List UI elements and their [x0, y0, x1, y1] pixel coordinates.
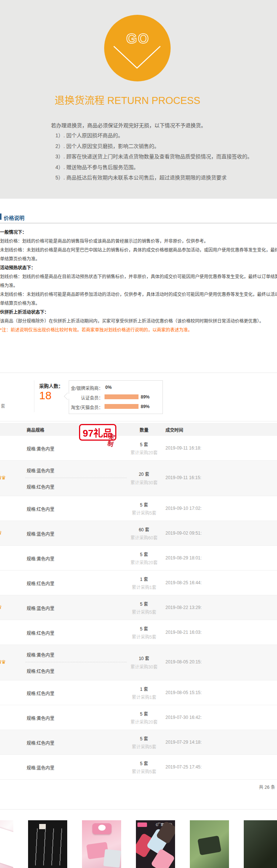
thumbnail-decoration: [0, 827, 13, 867]
price-note: *注：前述说明仅当出现价格比较时有效。若商家单独对划线价格进行说明的，以商家的表…: [0, 326, 277, 334]
qty-total-cell: 累计采购5套: [114, 768, 174, 774]
buyer-stat-row: 金/银牌采购商： 0%: [69, 384, 163, 390]
column-header-qty: 数量: [114, 427, 174, 433]
qty-total-cell: 累计采购1套: [114, 584, 174, 590]
qty-cell: 5 套: [114, 760, 174, 766]
price-section-header: 价格说明: [0, 212, 277, 223]
table-row: ♛ 规格:蓝色内里 5 套 累计采购5套 2019-08-22 13:29:: [0, 595, 277, 620]
qty-cell: 5 套: [114, 710, 174, 717]
spec-cell: 规格:红色内里: [27, 506, 54, 512]
record-count: 共 26 条: [259, 784, 275, 790]
qty-cell: 5 套: [114, 551, 174, 557]
qty-total-cell: 累计采购20套: [114, 449, 174, 455]
return-policy-intro: 若办理退换货，商品必须保证外观完好无损，以下情况不予退换货。: [51, 121, 206, 129]
table-row: 规格:红色内里 1 套 累计采购1套 2019-08-25 16:44:: [0, 571, 277, 595]
go-label: GO: [126, 31, 150, 47]
go-badge: GO: [104, 15, 171, 81]
stat-percent: 89%: [141, 404, 150, 409]
qty-total-cell: 累计采购5套: [114, 633, 174, 640]
product-thumbnail[interactable]: [82, 820, 121, 868]
time-cell: 2019-08-05 20:15:: [165, 659, 202, 665]
qty-cell: 5 套: [114, 600, 174, 607]
qty-cell: 1 套: [114, 686, 174, 692]
buyer-rank-icon: ♛♛: [0, 659, 5, 665]
product-thumbnail[interactable]: [190, 820, 229, 868]
qty-total-cell: 累计采购5套: [114, 509, 174, 516]
price-line: 一般情况下：: [0, 228, 277, 237]
qty-cell: 20 套: [114, 471, 174, 477]
return-policy-rules: 1）. 因个人原因损坏商品的。 2）. 因个人原因宝贝磨损，影响二次销售的。 3…: [55, 130, 277, 183]
column-header-spec: 商品规格: [27, 427, 44, 433]
price-line: 伙拼折上折活动状态下：: [0, 308, 277, 317]
product-thumbnail[interactable]: [0, 820, 13, 868]
spec-cell: 规格:红色内里: [27, 668, 54, 674]
table-header: 商品规格 数量 成交时间: [0, 423, 277, 436]
table-row: ♛♛ 规格:蓝色内里 规格:红色内里 20 套 累计采购30套 2019-09-…: [0, 461, 277, 496]
divider: [0, 373, 277, 373]
return-process-banner: GO 退换货流程 RETURN PROCESS 若办理退换货，商品必须保证外观完…: [0, 0, 277, 199]
qty-total-cell: 累计采购20套: [114, 719, 174, 725]
qty-cell: 5 套: [114, 735, 174, 741]
time-cell: 2019-08-22 13:29:: [165, 605, 202, 610]
product-thumbnail[interactable]: 《厂家直销》: [136, 820, 175, 868]
product-thumbnail[interactable]: [244, 820, 277, 868]
buyer-rank-icon: ♛: [0, 530, 1, 536]
qty-cell: 1 套: [114, 576, 174, 582]
spec-cell: 规格:蓝色内里: [27, 764, 54, 771]
time-cell: 2019-08-21 16:03:: [165, 630, 202, 635]
buyer-stat-row: 淘宝/天猫会员： 89%: [69, 404, 163, 410]
time-cell: 2019-08-05 15:15:: [165, 690, 202, 695]
buyer-rank-icon: ♛: [0, 604, 1, 610]
table-row: 规格:黄色内里 5 套 累计采购20套 2019-07-30 16:42:: [0, 705, 277, 730]
spec-cell: 规格:蓝色内里: [27, 531, 54, 537]
table-row: 规格:红色内里 1 套 累计采购1套 2019-08-05 15:15:: [0, 680, 277, 705]
buyers-label: 采购人数：: [39, 382, 63, 389]
table-row: 规格:黄色内里 5 套 累计采购20套 2019-09-11 16:18:: [0, 436, 277, 461]
qty-total-cell: 累计采购1套: [114, 694, 174, 700]
price-section-title: 价格说明: [4, 214, 24, 221]
stat-label: 金/银牌采购商：: [69, 385, 103, 391]
stat-bar: [105, 404, 138, 409]
table-row: 规格:黄色内里 5 套 累计采购20套 2019-08-29 18:01:: [0, 546, 277, 571]
spec-cell: 规格:红色内里: [27, 580, 54, 586]
section-accent-bar: [0, 213, 1, 220]
stat-percent: 89%: [141, 394, 150, 400]
price-line: 划线价格：划线的价格是商品在目前活动预热状态下的销售标价，并非原价，具体的成交价…: [0, 272, 277, 281]
time-cell: 2019-09-11 16:15:: [165, 475, 201, 480]
qty-total-cell: 累计采购30套: [114, 479, 174, 485]
table-row: 规格:红色内里 5 套 累计采购5套 2019-09-10 17:02:: [0, 496, 277, 521]
thumbnail-decoration: [103, 849, 121, 868]
qty-cell: 5 套: [114, 441, 174, 447]
table-row: ♛ 规格:蓝色内里 60 套 累计采购60套 2019-09-02 09:51:: [0, 521, 277, 546]
spec-cell: 规格:黄色内里: [27, 555, 54, 562]
product-thumbnail[interactable]: [28, 820, 67, 868]
price-line: 单结算页价格为准。: [0, 255, 277, 263]
qty-cell: 10 套: [114, 655, 174, 661]
spec-cell: 规格:红色内里: [27, 690, 54, 696]
stat-label: 认证会员：: [69, 394, 103, 401]
buyer-breakdown-box: 金/银牌采购商： 0% 认证会员： 89% 淘宝/天猫会员： 89%: [69, 380, 163, 414]
page: GO 退换货流程 RETURN PROCESS 若办理退换货，商品必须保证外观完…: [0, 0, 277, 868]
transaction-table: 规格:黄色内里 5 套 累计采购20套 2019-09-11 16:18: ♛♛…: [0, 436, 277, 780]
spec-cell: 规格:红色内里: [27, 484, 54, 490]
qty-cell: 5 套: [114, 501, 174, 508]
qty-cell: 5 套: [114, 625, 174, 632]
time-cell: 2019-09-11 16:18:: [165, 445, 201, 451]
stat-label: 淘宝/天猫会员：: [69, 404, 103, 410]
divider: [34, 380, 34, 412]
divider: [0, 421, 277, 421]
price-line: 未划线价格：未划线的价格是商品在阿里巴巴中国站上的销售标价，具体的成交价格根据商…: [0, 246, 277, 255]
price-line: 单结算页价格为准。: [0, 299, 277, 308]
price-line: 未划线价格：未划线的价格可能是商品即将参加活动的活动价，仅供参考，具体活动时的成…: [0, 290, 277, 299]
price-explanation: 一般情况下： 划线价格：划线的价格可能是商品的销售指导价或该商品的曾经展示过的销…: [0, 228, 277, 334]
time-cell: 2019-08-25 16:44:: [165, 580, 202, 585]
rule-item: 3）. 顾客在快递送货上门时未清点货物数量及查看货物品质受损情况，而直接签收的。: [55, 151, 277, 162]
qty-total-cell: 累计采购5套: [114, 743, 174, 750]
rule-item: 5）. 商品抵达后有效期内未联系本公司售后，超过退换货期限的退换货要求: [55, 172, 277, 183]
price-line: 该商品（部分规格除外）在伙拼折上折活动期间内，买家可享受伙拼折上折活动优惠价格（…: [0, 317, 277, 326]
buyer-stat-row: 认证会员： 89%: [69, 394, 163, 400]
spec-cell: 规格:红色内里: [27, 740, 54, 746]
qty-total-cell: 累计采购5套: [114, 609, 174, 615]
table-row: 规格:蓝色内里 5 套 累计采购5套 2019-07-25 17:45:: [0, 755, 277, 780]
buyers-count: 18: [39, 389, 51, 402]
